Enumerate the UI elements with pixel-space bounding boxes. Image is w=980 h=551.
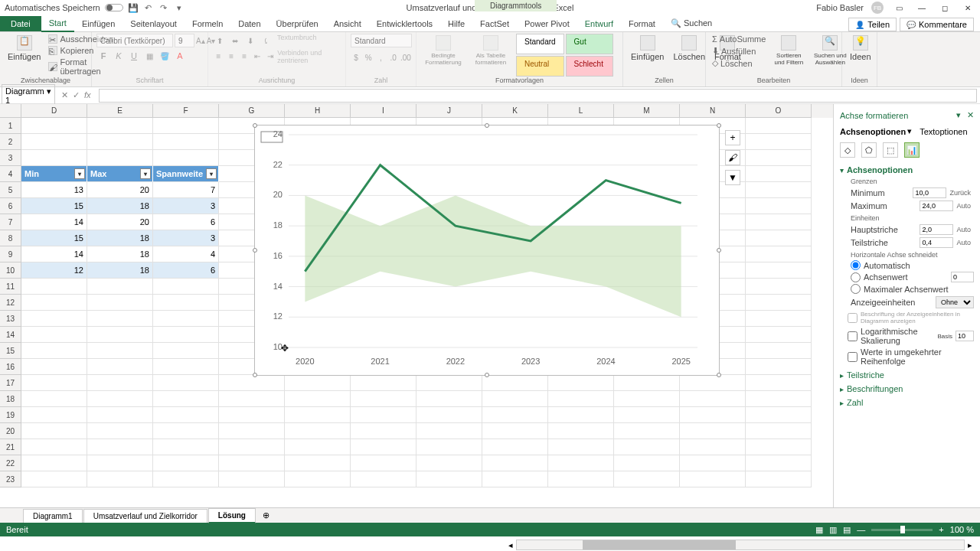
- cell[interactable]: [680, 375, 746, 391]
- pane-tab-text[interactable]: Textoptionen: [920, 126, 967, 136]
- cell[interactable]: 6: [153, 262, 219, 279]
- cell[interactable]: Spannweite▾: [153, 166, 219, 182]
- font-color-button[interactable]: A: [173, 49, 187, 63]
- cell[interactable]: [416, 375, 482, 391]
- cell[interactable]: [482, 455, 548, 471]
- number-format-select[interactable]: [351, 34, 412, 47]
- font-size-select[interactable]: [175, 34, 194, 47]
- effects-icon[interactable]: ⬠: [861, 142, 877, 158]
- cell[interactable]: [680, 471, 746, 487]
- cell[interactable]: [87, 455, 153, 471]
- cell[interactable]: [153, 343, 219, 359]
- cell[interactable]: [153, 471, 219, 487]
- cell[interactable]: 18: [87, 230, 153, 246]
- cell[interactable]: [87, 343, 153, 359]
- cell[interactable]: [153, 295, 219, 311]
- tab-factset[interactable]: FactSet: [472, 16, 517, 31]
- cell[interactable]: [87, 134, 153, 150]
- align-right-icon[interactable]: ≡: [239, 49, 250, 63]
- cell[interactable]: [87, 311, 153, 327]
- cell[interactable]: [746, 439, 812, 455]
- cell[interactable]: [153, 279, 219, 295]
- worksheet[interactable]: D E F G H I J K L M N O 1234Min▾Max▾Span…: [0, 104, 833, 507]
- clear-button[interactable]: ◇Löschen: [710, 57, 767, 69]
- cell[interactable]: [548, 423, 614, 439]
- row-header[interactable]: 21: [0, 439, 21, 455]
- view-normal-icon[interactable]: ▦: [815, 525, 823, 535]
- sort-filter-button[interactable]: Sortieren und Filtern: [770, 34, 807, 77]
- fill-button[interactable]: ⬇Ausfüllen: [710, 45, 767, 57]
- filter-dropdown-icon[interactable]: ▾: [74, 168, 85, 179]
- cell[interactable]: [87, 471, 153, 487]
- cross-max-radio[interactable]: [851, 284, 861, 294]
- cell[interactable]: [219, 407, 285, 423]
- row-header[interactable]: 2: [0, 134, 21, 150]
- size-icon[interactable]: ⬚: [883, 142, 898, 158]
- view-layout-icon[interactable]: ▥: [829, 525, 837, 535]
- undo-icon[interactable]: ↶: [143, 2, 154, 13]
- pane-close-icon[interactable]: ✕: [967, 110, 974, 120]
- cell[interactable]: 15: [21, 230, 87, 246]
- col-header[interactable]: L: [548, 104, 614, 118]
- cell[interactable]: [548, 455, 614, 471]
- dec-inc-icon[interactable]: .0: [388, 51, 399, 64]
- section-ticks[interactable]: ▸ Teilstriche: [840, 370, 974, 380]
- row-header[interactable]: 22: [0, 455, 21, 471]
- row-header[interactable]: 5: [0, 182, 21, 198]
- style-standard[interactable]: Standard: [516, 34, 564, 54]
- row-header[interactable]: 6: [0, 198, 21, 214]
- row-header[interactable]: 9: [0, 246, 21, 262]
- cell[interactable]: [153, 423, 219, 439]
- cell[interactable]: [21, 150, 87, 166]
- user-avatar[interactable]: FB: [871, 2, 884, 14]
- tab-design[interactable]: Entwurf: [577, 16, 621, 31]
- formula-bar[interactable]: [99, 89, 977, 103]
- cell[interactable]: [219, 455, 285, 471]
- cell[interactable]: [351, 439, 416, 455]
- cell[interactable]: [21, 423, 87, 439]
- indent-inc-icon[interactable]: ⇥: [264, 49, 276, 63]
- major-unit-input[interactable]: [920, 224, 953, 235]
- row-header[interactable]: 12: [0, 295, 21, 311]
- redo-icon[interactable]: ↷: [158, 2, 169, 13]
- cell[interactable]: [87, 279, 153, 295]
- cell[interactable]: [285, 375, 351, 391]
- style-bad[interactable]: Schlecht: [566, 56, 614, 77]
- cell[interactable]: [153, 118, 219, 134]
- cell[interactable]: Max▾: [87, 166, 153, 182]
- tab-review[interactable]: Überprüfen: [269, 16, 326, 31]
- col-header[interactable]: D: [21, 104, 87, 118]
- cell[interactable]: [21, 471, 87, 487]
- col-header[interactable]: N: [680, 104, 746, 118]
- cell[interactable]: 20: [87, 182, 153, 198]
- cell[interactable]: [87, 423, 153, 439]
- cell[interactable]: [746, 279, 812, 295]
- cell[interactable]: [482, 423, 548, 439]
- autosave-toggle[interactable]: [105, 4, 123, 11]
- merge-button[interactable]: Verbinden und zentrieren: [277, 49, 341, 64]
- cell[interactable]: [219, 423, 285, 439]
- align-bottom-icon[interactable]: ⬇: [243, 34, 257, 47]
- cell[interactable]: [87, 375, 153, 391]
- tab-data[interactable]: Daten: [230, 16, 268, 31]
- dec-dec-icon[interactable]: .00: [400, 51, 411, 64]
- cell[interactable]: [87, 295, 153, 311]
- new-sheet-button[interactable]: ⊕: [256, 510, 276, 520]
- accept-formula-icon[interactable]: ✓: [73, 90, 80, 100]
- cell[interactable]: [153, 375, 219, 391]
- cell[interactable]: [548, 391, 614, 407]
- cell[interactable]: [21, 327, 87, 343]
- cell[interactable]: [153, 150, 219, 166]
- row-header[interactable]: 20: [0, 423, 21, 439]
- zoom-level[interactable]: 100 %: [950, 525, 974, 534]
- axis-options-icon[interactable]: 📊: [904, 142, 920, 158]
- cond-format-button[interactable]: Bedingte Formatierung: [421, 34, 466, 77]
- cell[interactable]: [285, 471, 351, 487]
- filter-dropdown-icon[interactable]: ▾: [206, 168, 217, 179]
- cell[interactable]: [548, 407, 614, 423]
- cell[interactable]: [680, 423, 746, 439]
- ribbon-options-icon[interactable]: ▭: [891, 2, 906, 13]
- border-button[interactable]: ▦: [142, 49, 156, 63]
- view-break-icon[interactable]: ▤: [843, 525, 851, 535]
- cell[interactable]: [351, 423, 416, 439]
